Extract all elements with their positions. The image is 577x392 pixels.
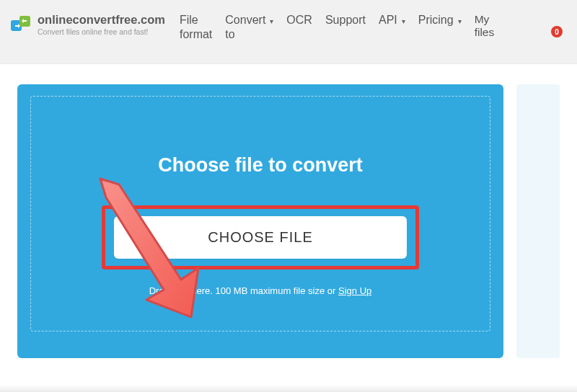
nav-convert-l1: Convert — [225, 13, 265, 27]
nav-label: OCR — [286, 13, 312, 27]
nav-label: Pricing — [418, 13, 454, 27]
brand-logo-icon — [10, 13, 32, 35]
nav: File format Convert to ▾ OCR Support API… — [180, 13, 567, 42]
nav-convert-l2: to — [225, 27, 265, 42]
drop-prefix: Drop files here. 100 MB maximum file siz… — [149, 285, 338, 296]
nav-myfiles-l2: files — [475, 26, 495, 39]
chevron-down-icon: ▾ — [270, 17, 273, 27]
nav-file-format-l2: format — [180, 27, 212, 42]
main: Choose file to convert CHOOSE FILE Drop … — [0, 64, 577, 358]
drop-subtext: Drop files here. 100 MB maximum file siz… — [61, 285, 459, 296]
notification-badge[interactable]: 0 — [551, 26, 563, 37]
badge-count: 0 — [555, 28, 559, 36]
nav-pricing[interactable]: Pricing ▾ — [418, 13, 462, 27]
nav-label: Support — [325, 13, 366, 27]
drop-panel: Choose file to convert CHOOSE FILE Drop … — [17, 84, 503, 358]
nav-file-format[interactable]: File format — [180, 13, 212, 42]
nav-api[interactable]: API ▾ — [379, 13, 405, 27]
chevron-down-icon: ▾ — [458, 17, 462, 27]
brand-tagline: Convert files online free and fast! — [38, 27, 165, 36]
choose-file-button[interactable]: CHOOSE FILE — [114, 216, 407, 259]
drop-zone[interactable]: Choose file to convert CHOOSE FILE Drop … — [30, 96, 490, 331]
chevron-down-icon: ▾ — [402, 17, 405, 27]
nav-myfiles-l1: My — [475, 13, 495, 26]
drop-heading: Choose file to convert — [61, 154, 459, 177]
nav-ocr[interactable]: OCR — [286, 13, 312, 27]
brand[interactable]: onlineconvertfree.com Convert files onli… — [10, 13, 165, 36]
nav-support[interactable]: Support — [325, 13, 366, 27]
nav-my-files[interactable]: My files — [475, 13, 495, 39]
signup-link[interactable]: Sign Up — [338, 285, 371, 296]
nav-convert-to[interactable]: Convert to ▾ — [225, 13, 273, 42]
shadow — [0, 385, 577, 392]
nav-label: API — [379, 13, 397, 27]
header: onlineconvertfree.com Convert files onli… — [0, 0, 577, 64]
highlight-box: CHOOSE FILE — [102, 205, 419, 270]
nav-file-format-l1: File — [180, 13, 212, 27]
brand-title: onlineconvertfree.com — [38, 13, 165, 26]
side-strip — [516, 84, 560, 358]
